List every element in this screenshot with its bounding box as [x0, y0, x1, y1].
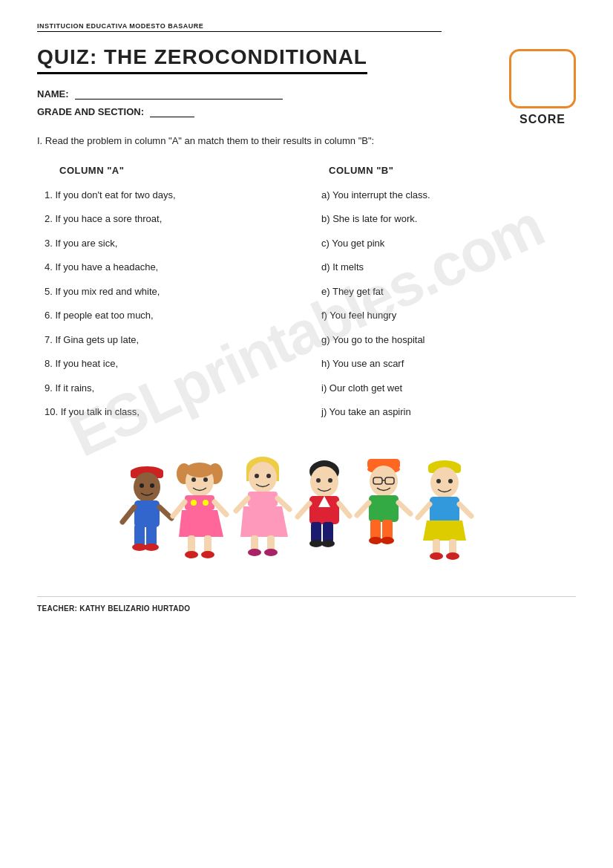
svg-line-52	[339, 503, 350, 516]
column-a-item-6: 6. If people eat too much,	[45, 308, 299, 323]
column-b-item-5: e) They get fat	[321, 284, 576, 299]
column-a-item-1: 1. If you don't eat for two days,	[45, 188, 299, 203]
svg-line-10	[122, 507, 134, 522]
column-a-item-4: 4. If you have a headache,	[45, 260, 299, 275]
institution-header: INSTITUCION EDUCATIVA MODESTO BASAURE	[37, 22, 442, 32]
svg-rect-5	[134, 500, 160, 527]
svg-line-78	[459, 504, 471, 516]
column-a-item-3: 3. If you are sick,	[45, 236, 299, 251]
svg-marker-19	[179, 510, 223, 537]
column-b-item-6: f) You feel hungry	[321, 308, 576, 323]
svg-point-38	[264, 549, 278, 556]
svg-point-25	[201, 551, 214, 558]
svg-line-65	[399, 503, 410, 514]
column-a-item-2: 2. If you hace a sore throat,	[45, 212, 299, 226]
svg-point-3	[140, 483, 144, 488]
svg-point-50	[321, 540, 335, 547]
column-b-item-10: j) You take an aspirin	[321, 405, 576, 420]
column-b-item-7: g) You go to the hospital	[321, 333, 576, 347]
svg-rect-47	[311, 522, 321, 543]
column-b-item-9: i) Our cloth get wet	[321, 381, 576, 396]
column-a-item-8: 8. If you heat ice,	[45, 356, 299, 371]
svg-point-69	[436, 479, 441, 483]
svg-line-77	[418, 504, 430, 518]
svg-rect-61	[382, 520, 393, 540]
svg-marker-34	[240, 506, 288, 537]
svg-line-64	[357, 503, 369, 515]
column-b-header: COLUMN "B"	[321, 165, 576, 176]
svg-point-42	[310, 466, 338, 497]
svg-rect-59	[369, 495, 399, 522]
svg-point-9	[144, 544, 159, 551]
grade-label: GRADE AND SECTION:	[37, 106, 144, 117]
svg-point-49	[309, 540, 323, 547]
main-title: QUIZ: THE ZEROCONDITIONAL	[37, 45, 367, 74]
svg-point-2	[134, 472, 160, 502]
svg-point-31	[255, 474, 259, 478]
svg-point-32	[266, 474, 271, 478]
svg-rect-60	[370, 520, 381, 540]
svg-marker-72	[423, 521, 466, 541]
svg-line-11	[160, 507, 171, 518]
svg-rect-7	[146, 524, 157, 546]
svg-point-76	[446, 552, 459, 560]
name-label: NAME:	[37, 88, 69, 99]
svg-point-68	[430, 467, 459, 498]
svg-point-62	[369, 537, 382, 544]
svg-rect-48	[323, 522, 333, 543]
svg-rect-33	[248, 492, 278, 506]
svg-point-15	[186, 463, 214, 477]
svg-rect-71	[430, 497, 459, 523]
svg-point-21	[203, 500, 209, 506]
score-box	[509, 49, 576, 108]
score-label: SCORE	[519, 113, 566, 126]
svg-point-43	[316, 478, 321, 483]
svg-point-75	[430, 552, 443, 560]
svg-point-17	[203, 477, 208, 482]
svg-rect-18	[185, 495, 214, 510]
svg-rect-6	[134, 524, 145, 546]
svg-point-30	[249, 462, 277, 493]
svg-point-20	[191, 500, 197, 506]
svg-line-51	[298, 503, 309, 517]
svg-point-24	[185, 551, 198, 558]
column-b-item-3: c) You get pink	[321, 236, 576, 251]
svg-point-44	[328, 478, 332, 483]
column-a-item-9: 9. If it rains,	[45, 381, 299, 396]
svg-point-37	[248, 549, 261, 556]
column-a-item-10: 10. If you talk in class,	[45, 405, 299, 420]
svg-point-16	[191, 477, 196, 482]
column-b-item-4: d) It melts	[321, 260, 576, 275]
svg-point-70	[448, 479, 453, 483]
instruction-text: I. Read the problem in column "A" an mat…	[37, 134, 576, 149]
column-b-item-2: b) She is late for work.	[321, 212, 576, 226]
column-a-item-5: 5. If you mix red and white,	[45, 284, 299, 299]
svg-point-4	[150, 483, 154, 488]
column-a-item-7: 7. If Gina gets up late,	[45, 333, 299, 347]
children-illustration	[37, 444, 576, 578]
column-a-header: COLUMN "A"	[45, 165, 299, 176]
column-b-item-1: a) You interrupt the class.	[321, 188, 576, 203]
footer: TEACHER: KATHY BELIZARIO HURTADO	[37, 596, 576, 613]
svg-point-63	[381, 537, 394, 544]
column-b-item-8: h) You use an scarf	[321, 356, 576, 371]
